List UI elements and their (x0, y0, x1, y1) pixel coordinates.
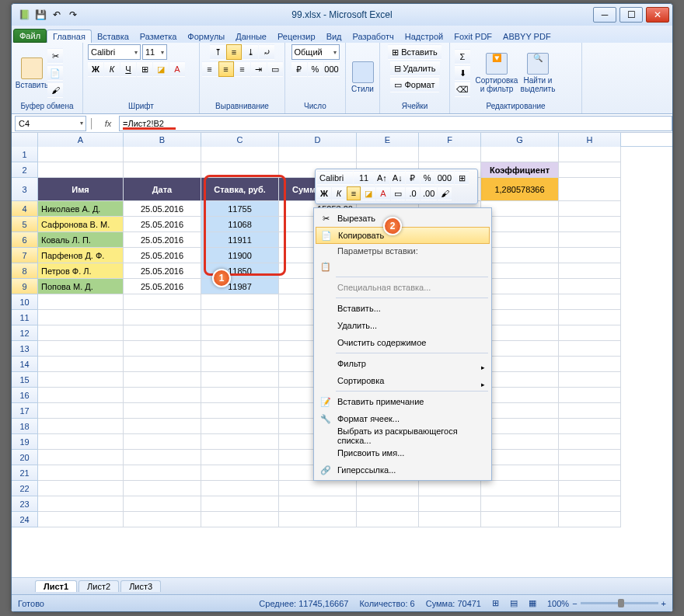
tab-home[interactable]: Главная (47, 30, 92, 43)
cell-C14[interactable] (201, 357, 279, 372)
row-header-4[interactable]: 4 (12, 201, 38, 217)
cell-A7[interactable]: Парфенов Д. Ф. (38, 248, 124, 263)
tab-data[interactable]: Данные (230, 30, 272, 43)
ctx-sort[interactable]: Сортировка (316, 372, 490, 389)
cell-C21[interactable] (201, 465, 279, 481)
find-select-button[interactable]: 🔍Найти и выделить (518, 48, 557, 98)
cell-H22[interactable] (559, 481, 621, 496)
row-header-15[interactable]: 15 (12, 372, 38, 388)
border-button[interactable]: ⊞ (137, 61, 152, 77)
cell-C11[interactable] (201, 310, 279, 325)
cell-B13[interactable] (124, 341, 201, 357)
cell-G11[interactable] (481, 310, 559, 325)
cell-G8[interactable] (481, 263, 559, 279)
cell-A9[interactable]: Попова М. Д. (38, 279, 124, 294)
mini-size[interactable]: 11 (354, 171, 374, 185)
cell-G3[interactable]: 1,280578366 (481, 178, 559, 201)
cell-G17[interactable] (481, 403, 559, 419)
cell-C24[interactable] (201, 512, 279, 527)
bold-button[interactable]: Ж (88, 61, 103, 77)
cell-H9[interactable] (559, 279, 621, 294)
mini-dec-dec[interactable]: .00 (421, 186, 437, 200)
cell-A6[interactable]: Коваль Л. П. (38, 232, 124, 248)
cut-icon[interactable]: ✂ (47, 48, 63, 64)
cell-A21[interactable] (38, 465, 124, 481)
cell-A16[interactable] (38, 388, 124, 403)
save-icon[interactable]: 💾 (33, 7, 48, 23)
cell-G6[interactable] (481, 232, 559, 248)
cell-C10[interactable] (201, 294, 279, 310)
row-header-22[interactable]: 22 (12, 481, 38, 496)
copy-icon[interactable]: 📄 (47, 65, 63, 81)
row-header-14[interactable]: 14 (12, 357, 38, 372)
number-format[interactable]: Общий (291, 44, 340, 60)
cell-B3[interactable]: Дата (124, 178, 201, 201)
row-header-17[interactable]: 17 (12, 403, 38, 419)
row-header-24[interactable]: 24 (12, 512, 38, 527)
cell-H3[interactable] (559, 178, 621, 201)
close-button[interactable]: ✕ (646, 7, 669, 23)
cell-A2[interactable] (38, 162, 124, 178)
row-insert[interactable]: ⊞ Вставить (388, 44, 441, 60)
cell-G22[interactable] (481, 481, 559, 496)
cell-D22[interactable] (279, 481, 357, 496)
cell-B16[interactable] (124, 388, 201, 403)
row-header-2[interactable]: 2 (12, 162, 38, 178)
tab-abbyy[interactable]: ABBYY PDF (497, 30, 557, 43)
ctx-clear[interactable]: Очистить содержимое (316, 334, 490, 351)
cell-H4[interactable] (559, 201, 621, 217)
tab-file[interactable]: Файл (13, 29, 47, 43)
row-header-20[interactable]: 20 (12, 450, 38, 465)
cell-H1[interactable] (559, 147, 621, 162)
cell-B23[interactable] (124, 496, 201, 512)
row-header-12[interactable]: 12 (12, 325, 38, 341)
cell-B10[interactable] (124, 294, 201, 310)
cell-E23[interactable] (357, 496, 419, 512)
cell-B1[interactable] (124, 147, 201, 162)
mini-percent[interactable]: % (421, 171, 434, 185)
cell-B17[interactable] (124, 403, 201, 419)
col-header-G[interactable]: G (481, 133, 559, 147)
row-header-8[interactable]: 8 (12, 263, 38, 279)
cell-A11[interactable] (38, 310, 124, 325)
fill-color-button[interactable]: ◪ (153, 61, 169, 77)
cell-A22[interactable] (38, 481, 124, 496)
cell-A24[interactable] (38, 512, 124, 527)
row-delete[interactable]: ⊟ Удалить (390, 61, 440, 76)
orientation[interactable]: ⤾ (259, 44, 274, 60)
name-box[interactable]: C4 (15, 116, 86, 131)
cell-A15[interactable] (38, 372, 124, 388)
cell-C22[interactable] (201, 481, 279, 496)
row-header-19[interactable]: 19 (12, 434, 38, 450)
cell-A3[interactable]: Имя (38, 178, 124, 201)
cell-D23[interactable] (279, 496, 357, 512)
mini-comma[interactable]: 000 (435, 171, 454, 185)
cell-C12[interactable] (201, 325, 279, 341)
cell-B2[interactable] (124, 162, 201, 178)
fmt-painter-icon[interactable]: 🖌 (47, 82, 63, 98)
cell-C1[interactable] (201, 147, 279, 162)
indent[interactable]: ⇥ (251, 61, 267, 77)
mini-fill[interactable]: ◪ (361, 186, 375, 200)
cell-A19[interactable] (38, 434, 124, 450)
sheet-area[interactable]: ABCDEFGH 1234567891011121314151617181920… (12, 133, 672, 577)
minimize-button[interactable]: ─ (593, 7, 616, 23)
sheet-tab-3[interactable]: Лист3 (120, 580, 161, 592)
ctx-paste-btn[interactable]: 📋 (316, 258, 490, 275)
ctx-filter[interactable]: Фильтр (316, 355, 490, 372)
font-family-dropdown[interactable]: Calibri (88, 44, 141, 60)
row-header-11[interactable]: 11 (12, 310, 38, 325)
col-header-H[interactable]: H (559, 133, 621, 147)
cell-G20[interactable] (481, 450, 559, 465)
sort-filter-button[interactable]: 🔽Сортировка и фильтр (475, 48, 518, 98)
cell-G21[interactable] (481, 465, 559, 481)
cell-B19[interactable] (124, 434, 201, 450)
cell-G24[interactable] (481, 512, 559, 527)
tab-layout[interactable]: Разметка (134, 30, 183, 43)
cell-C23[interactable] (201, 496, 279, 512)
col-header-C[interactable]: C (201, 133, 279, 147)
cell-B9[interactable]: 25.05.2016 (124, 279, 201, 294)
cell-G23[interactable] (481, 496, 559, 512)
autosum-button[interactable]: Σ (455, 49, 470, 64)
cell-C2[interactable] (201, 162, 279, 178)
